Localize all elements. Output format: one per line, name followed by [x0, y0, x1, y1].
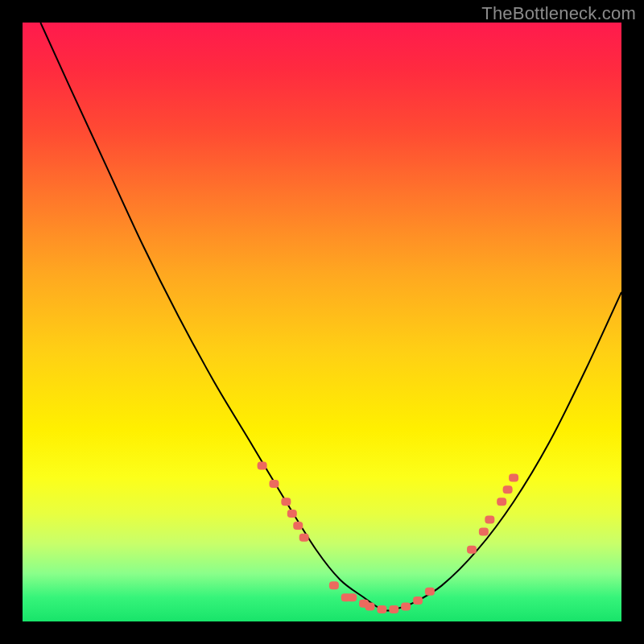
scatter-point	[479, 527, 489, 535]
scatter-point	[509, 473, 518, 481]
scatter-point	[281, 497, 291, 506]
scatter-point	[389, 605, 398, 613]
watermark-text: TheBottleneck.com	[481, 3, 636, 24]
plot-area	[23, 23, 621, 621]
scatter-point	[269, 480, 279, 488]
scatter-point	[347, 593, 357, 601]
scatter-point	[467, 546, 477, 554]
scatter-layer	[258, 462, 518, 614]
chart-frame: TheBottleneck.com	[0, 0, 644, 644]
scatter-point	[503, 485, 513, 493]
scatter-point	[377, 605, 386, 613]
scatter-point	[401, 602, 411, 610]
scatter-point	[485, 516, 494, 524]
scatter-point	[258, 462, 267, 470]
scatter-point	[365, 602, 375, 610]
curve-layer	[40, 23, 621, 611]
scatter-point	[287, 510, 297, 518]
scatter-point	[329, 581, 339, 589]
scatter-point	[299, 534, 309, 542]
scatter-point	[293, 522, 303, 530]
scatter-point	[413, 597, 423, 605]
scatter-point	[425, 588, 435, 596]
scatter-point	[497, 497, 506, 506]
bottleneck-curve	[40, 23, 621, 611]
chart-svg	[23, 23, 621, 621]
